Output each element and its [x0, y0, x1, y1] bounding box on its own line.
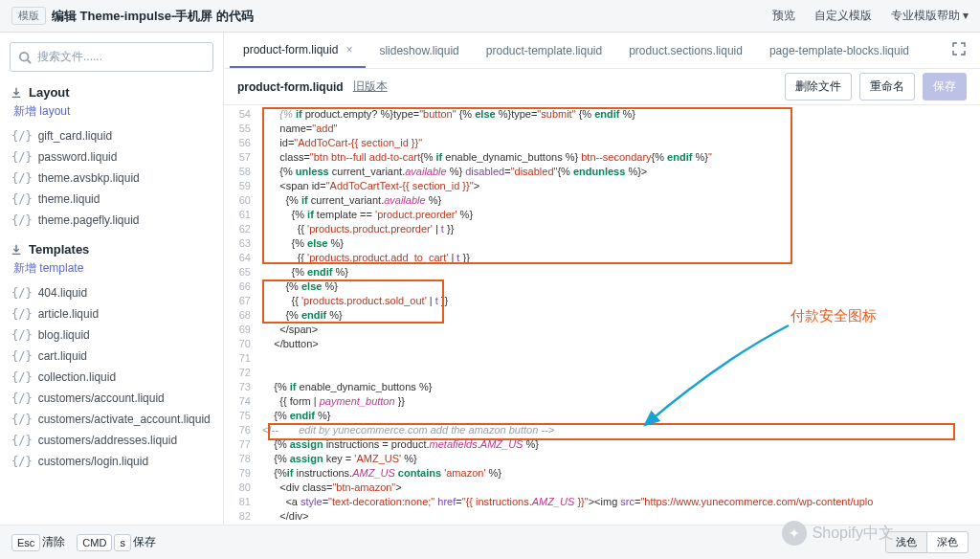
- tab-bar: product-form.liquid×slideshow.liquidprod…: [224, 33, 980, 69]
- file-item[interactable]: {/}customers/addresses.liquid: [10, 430, 213, 451]
- theme-toggle: 浅色 深色: [885, 531, 969, 553]
- dark-theme-btn[interactable]: 深色: [927, 531, 969, 553]
- download-icon: [10, 86, 23, 100]
- svg-line-1: [28, 59, 32, 63]
- tab[interactable]: page-template-blocks.liquid: [756, 33, 923, 68]
- file-item[interactable]: {/}theme.avsbkp.liquid: [10, 168, 213, 189]
- version-link[interactable]: 旧版本: [353, 78, 388, 95]
- search-input[interactable]: 搜索文件......: [10, 42, 213, 72]
- templates-header[interactable]: Templates: [10, 242, 213, 257]
- status-bar: Esc 清除 CMD s 保存 浅色 深色: [0, 525, 980, 559]
- tab[interactable]: product.sections.liquid: [615, 33, 756, 68]
- add-layout-link[interactable]: 新增 layout: [13, 103, 213, 120]
- preview-link[interactable]: 预览: [772, 8, 795, 24]
- code-editor[interactable]: 5455565758596061626364656667686970717273…: [224, 105, 980, 525]
- svg-point-0: [20, 52, 29, 60]
- template-badge: 模版: [11, 7, 46, 25]
- page-title: 编辑 Theme-impulse-手机屏 的代码: [52, 8, 254, 25]
- save-button[interactable]: 保存: [923, 73, 967, 101]
- file-item[interactable]: {/}article.liquid: [10, 303, 213, 324]
- cmd-key: CMD: [77, 534, 112, 551]
- search-icon: [18, 51, 32, 64]
- light-theme-btn[interactable]: 浅色: [885, 531, 927, 553]
- expand-icon[interactable]: [944, 41, 974, 59]
- custom-link[interactable]: 自定义模版: [814, 8, 872, 24]
- file-item[interactable]: {/}cart.liquid: [10, 346, 213, 367]
- file-item[interactable]: {/}customers/login.liquid: [10, 451, 213, 472]
- add-template-link[interactable]: 新增 template: [13, 260, 213, 277]
- file-item[interactable]: {/}gift_card.liquid: [10, 125, 213, 146]
- tab[interactable]: product-form.liquid×: [230, 33, 366, 68]
- esc-key: Esc: [11, 534, 40, 551]
- file-item[interactable]: {/}customers/activate_account.liquid: [10, 409, 213, 430]
- close-icon[interactable]: ×: [345, 43, 352, 56]
- file-item[interactable]: {/}collection.liquid: [10, 367, 213, 388]
- help-link[interactable]: 专业模版帮助 ▾: [891, 8, 969, 24]
- file-bar: product-form.liquid 旧版本 删除文件 重命名 保存: [224, 69, 980, 105]
- delete-button[interactable]: 删除文件: [785, 73, 852, 101]
- file-item[interactable]: {/}blog.liquid: [10, 324, 213, 346]
- rename-button[interactable]: 重命名: [859, 73, 915, 101]
- tab[interactable]: slideshow.liquid: [366, 33, 472, 68]
- file-item[interactable]: {/}customers/account.liquid: [10, 388, 213, 409]
- s-key: s: [114, 534, 131, 551]
- file-item[interactable]: {/}theme.pagefly.liquid: [10, 210, 213, 231]
- file-sidebar: 搜索文件...... Layout 新增 layout {/}gift_card…: [0, 33, 224, 525]
- top-bar: 模版 编辑 Theme-impulse-手机屏 的代码 预览 自定义模版 专业模…: [0, 0, 980, 33]
- filename: product-form.liquid: [237, 80, 344, 94]
- download-icon: [10, 243, 23, 257]
- tab[interactable]: product-template.liquid: [473, 33, 615, 68]
- file-item[interactable]: {/}password.liquid: [10, 146, 213, 168]
- file-item[interactable]: {/}404.liquid: [10, 282, 213, 303]
- file-item[interactable]: {/}theme.liquid: [10, 189, 213, 210]
- layout-header[interactable]: Layout: [10, 85, 213, 100]
